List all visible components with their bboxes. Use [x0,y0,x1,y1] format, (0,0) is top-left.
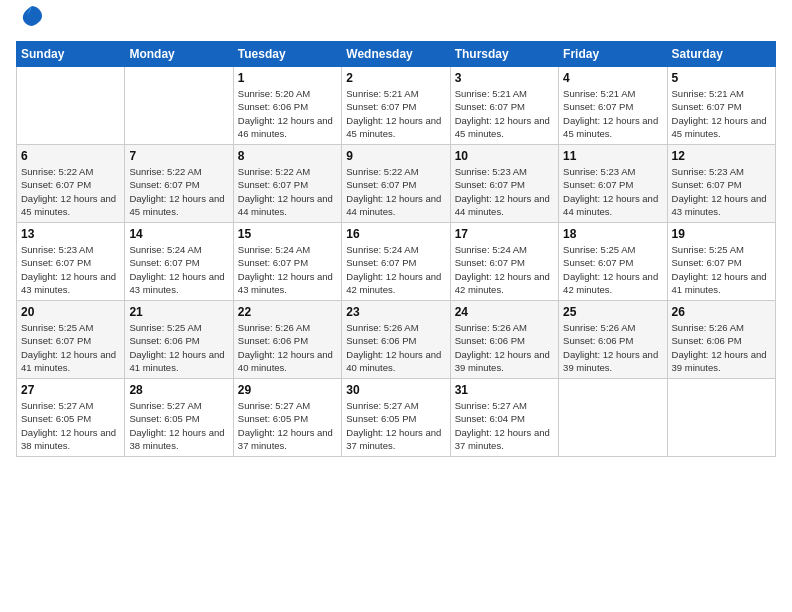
day-info: Sunrise: 5:27 AM Sunset: 6:05 PM Dayligh… [21,399,120,452]
day-number: 29 [238,383,337,397]
day-info: Sunrise: 5:27 AM Sunset: 6:05 PM Dayligh… [129,399,228,452]
day-info: Sunrise: 5:25 AM Sunset: 6:07 PM Dayligh… [672,243,771,296]
day-info: Sunrise: 5:22 AM Sunset: 6:07 PM Dayligh… [346,165,445,218]
calendar-week-row: 13Sunrise: 5:23 AM Sunset: 6:07 PM Dayli… [17,223,776,301]
day-info: Sunrise: 5:21 AM Sunset: 6:07 PM Dayligh… [672,87,771,140]
day-info: Sunrise: 5:25 AM Sunset: 6:07 PM Dayligh… [563,243,662,296]
day-number: 6 [21,149,120,163]
day-info: Sunrise: 5:22 AM Sunset: 6:07 PM Dayligh… [238,165,337,218]
day-number: 16 [346,227,445,241]
calendar-cell: 1Sunrise: 5:20 AM Sunset: 6:06 PM Daylig… [233,67,341,145]
calendar-cell: 25Sunrise: 5:26 AM Sunset: 6:06 PM Dayli… [559,301,667,379]
calendar-cell: 17Sunrise: 5:24 AM Sunset: 6:07 PM Dayli… [450,223,558,301]
col-header-sunday: Sunday [17,42,125,67]
col-header-friday: Friday [559,42,667,67]
day-number: 11 [563,149,662,163]
day-number: 20 [21,305,120,319]
col-header-saturday: Saturday [667,42,775,67]
calendar-table: SundayMondayTuesdayWednesdayThursdayFrid… [16,41,776,457]
calendar-cell: 15Sunrise: 5:24 AM Sunset: 6:07 PM Dayli… [233,223,341,301]
day-number: 28 [129,383,228,397]
calendar-cell: 12Sunrise: 5:23 AM Sunset: 6:07 PM Dayli… [667,145,775,223]
day-number: 18 [563,227,662,241]
day-info: Sunrise: 5:27 AM Sunset: 6:04 PM Dayligh… [455,399,554,452]
calendar-cell: 7Sunrise: 5:22 AM Sunset: 6:07 PM Daylig… [125,145,233,223]
day-number: 10 [455,149,554,163]
col-header-wednesday: Wednesday [342,42,450,67]
day-info: Sunrise: 5:24 AM Sunset: 6:07 PM Dayligh… [238,243,337,296]
day-number: 27 [21,383,120,397]
day-info: Sunrise: 5:23 AM Sunset: 6:07 PM Dayligh… [21,243,120,296]
calendar-cell: 11Sunrise: 5:23 AM Sunset: 6:07 PM Dayli… [559,145,667,223]
calendar-week-row: 27Sunrise: 5:27 AM Sunset: 6:05 PM Dayli… [17,379,776,457]
day-number: 7 [129,149,228,163]
day-number: 4 [563,71,662,85]
calendar-cell: 30Sunrise: 5:27 AM Sunset: 6:05 PM Dayli… [342,379,450,457]
day-info: Sunrise: 5:27 AM Sunset: 6:05 PM Dayligh… [238,399,337,452]
logo-bird-icon [18,2,46,35]
day-number: 30 [346,383,445,397]
calendar-cell [125,67,233,145]
calendar-week-row: 1Sunrise: 5:20 AM Sunset: 6:06 PM Daylig… [17,67,776,145]
day-number: 9 [346,149,445,163]
day-number: 21 [129,305,228,319]
day-info: Sunrise: 5:26 AM Sunset: 6:06 PM Dayligh… [455,321,554,374]
calendar-cell: 8Sunrise: 5:22 AM Sunset: 6:07 PM Daylig… [233,145,341,223]
day-number: 25 [563,305,662,319]
logo [16,10,46,35]
day-number: 26 [672,305,771,319]
calendar-cell: 23Sunrise: 5:26 AM Sunset: 6:06 PM Dayli… [342,301,450,379]
calendar-cell: 9Sunrise: 5:22 AM Sunset: 6:07 PM Daylig… [342,145,450,223]
calendar-cell: 5Sunrise: 5:21 AM Sunset: 6:07 PM Daylig… [667,67,775,145]
calendar-cell [17,67,125,145]
day-number: 1 [238,71,337,85]
calendar-cell: 27Sunrise: 5:27 AM Sunset: 6:05 PM Dayli… [17,379,125,457]
day-number: 19 [672,227,771,241]
day-info: Sunrise: 5:26 AM Sunset: 6:06 PM Dayligh… [672,321,771,374]
day-info: Sunrise: 5:23 AM Sunset: 6:07 PM Dayligh… [455,165,554,218]
calendar-cell: 16Sunrise: 5:24 AM Sunset: 6:07 PM Dayli… [342,223,450,301]
calendar-cell [559,379,667,457]
day-info: Sunrise: 5:25 AM Sunset: 6:06 PM Dayligh… [129,321,228,374]
col-header-tuesday: Tuesday [233,42,341,67]
col-header-monday: Monday [125,42,233,67]
day-number: 14 [129,227,228,241]
day-info: Sunrise: 5:21 AM Sunset: 6:07 PM Dayligh… [455,87,554,140]
day-number: 17 [455,227,554,241]
calendar-cell: 24Sunrise: 5:26 AM Sunset: 6:06 PM Dayli… [450,301,558,379]
day-number: 2 [346,71,445,85]
calendar-cell: 26Sunrise: 5:26 AM Sunset: 6:06 PM Dayli… [667,301,775,379]
col-header-thursday: Thursday [450,42,558,67]
calendar-week-row: 20Sunrise: 5:25 AM Sunset: 6:07 PM Dayli… [17,301,776,379]
day-number: 5 [672,71,771,85]
calendar-cell: 13Sunrise: 5:23 AM Sunset: 6:07 PM Dayli… [17,223,125,301]
day-info: Sunrise: 5:26 AM Sunset: 6:06 PM Dayligh… [346,321,445,374]
day-number: 24 [455,305,554,319]
calendar-cell: 6Sunrise: 5:22 AM Sunset: 6:07 PM Daylig… [17,145,125,223]
calendar-cell: 2Sunrise: 5:21 AM Sunset: 6:07 PM Daylig… [342,67,450,145]
day-number: 8 [238,149,337,163]
day-info: Sunrise: 5:27 AM Sunset: 6:05 PM Dayligh… [346,399,445,452]
page: SundayMondayTuesdayWednesdayThursdayFrid… [0,0,792,612]
day-info: Sunrise: 5:26 AM Sunset: 6:06 PM Dayligh… [238,321,337,374]
day-number: 23 [346,305,445,319]
day-info: Sunrise: 5:20 AM Sunset: 6:06 PM Dayligh… [238,87,337,140]
day-number: 12 [672,149,771,163]
day-info: Sunrise: 5:21 AM Sunset: 6:07 PM Dayligh… [346,87,445,140]
day-info: Sunrise: 5:23 AM Sunset: 6:07 PM Dayligh… [563,165,662,218]
calendar-cell: 31Sunrise: 5:27 AM Sunset: 6:04 PM Dayli… [450,379,558,457]
day-number: 15 [238,227,337,241]
day-info: Sunrise: 5:25 AM Sunset: 6:07 PM Dayligh… [21,321,120,374]
day-info: Sunrise: 5:24 AM Sunset: 6:07 PM Dayligh… [346,243,445,296]
calendar-cell: 20Sunrise: 5:25 AM Sunset: 6:07 PM Dayli… [17,301,125,379]
calendar-cell: 19Sunrise: 5:25 AM Sunset: 6:07 PM Dayli… [667,223,775,301]
calendar-cell: 14Sunrise: 5:24 AM Sunset: 6:07 PM Dayli… [125,223,233,301]
calendar-cell: 3Sunrise: 5:21 AM Sunset: 6:07 PM Daylig… [450,67,558,145]
day-number: 22 [238,305,337,319]
header [16,10,776,35]
day-info: Sunrise: 5:22 AM Sunset: 6:07 PM Dayligh… [21,165,120,218]
day-info: Sunrise: 5:21 AM Sunset: 6:07 PM Dayligh… [563,87,662,140]
calendar-cell: 4Sunrise: 5:21 AM Sunset: 6:07 PM Daylig… [559,67,667,145]
day-number: 13 [21,227,120,241]
day-info: Sunrise: 5:26 AM Sunset: 6:06 PM Dayligh… [563,321,662,374]
